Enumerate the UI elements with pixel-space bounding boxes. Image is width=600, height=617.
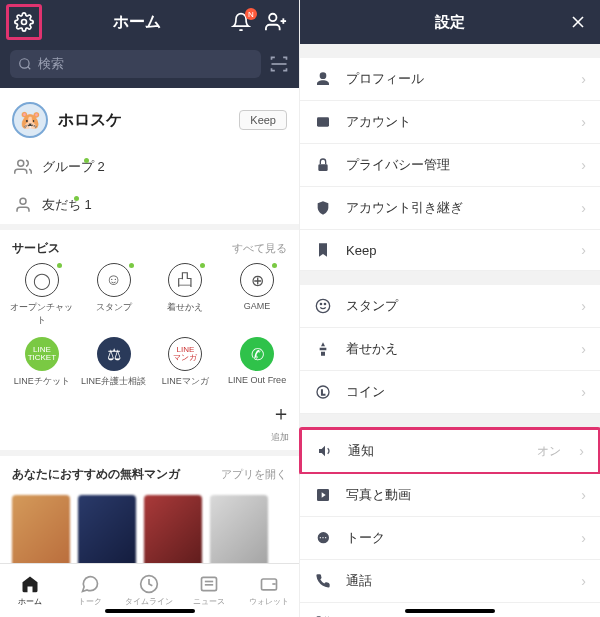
- service-lineout[interactable]: ✆ LINE Out Free: [221, 337, 293, 388]
- service-lawyer[interactable]: ⚖ LINE弁護士相談: [78, 337, 150, 388]
- home-icon: [20, 574, 40, 594]
- row-privacy[interactable]: プライバシー管理 ›: [300, 144, 600, 187]
- bottom-tabbar: ホーム トーク タイムライン ニュース ウォレット: [0, 563, 299, 617]
- service-label: スタンプ: [96, 301, 132, 314]
- row-profile[interactable]: プロフィール ›: [300, 58, 600, 101]
- tab-label: ニュース: [193, 596, 225, 607]
- smile-icon: ☺: [97, 263, 131, 297]
- service-label: オープンチャット: [6, 301, 78, 327]
- tab-home[interactable]: ホーム: [0, 564, 60, 617]
- svg-line-5: [28, 67, 31, 70]
- scales-icon: ⚖: [97, 337, 131, 371]
- add-service-label: 追加: [0, 431, 299, 450]
- service-game[interactable]: ⊕ GAME: [221, 263, 293, 327]
- service-theme[interactable]: 凸 着せかえ: [150, 263, 222, 327]
- id-icon: [314, 114, 332, 130]
- row-label: 着せかえ: [346, 340, 567, 358]
- add-service-button[interactable]: ＋: [271, 394, 291, 427]
- row-label: アカウント: [346, 113, 567, 131]
- service-label: LINEマンガ: [162, 375, 209, 388]
- row-label: 写真と動画: [346, 486, 567, 504]
- notification-badge: N: [245, 8, 257, 20]
- row-label: 通知: [348, 442, 523, 460]
- row-stamp[interactable]: スタンプ ›: [300, 285, 600, 328]
- play-icon: [314, 487, 332, 503]
- svg-text:L: L: [321, 388, 325, 397]
- service-label: GAME: [244, 301, 271, 311]
- manga-header: あなたにおすすめの無料マンガ アプリを開く: [0, 456, 299, 489]
- phone-icon: [314, 573, 332, 589]
- add-friend-icon[interactable]: [265, 11, 287, 33]
- services-header: サービス すべて見る: [0, 230, 299, 263]
- row-call[interactable]: 通話 ›: [300, 560, 600, 603]
- brush-icon: [314, 341, 332, 357]
- row-talk[interactable]: トーク ›: [300, 517, 600, 560]
- service-label: LINE弁護士相談: [81, 375, 146, 388]
- groups-row[interactable]: グループ 2: [0, 148, 299, 186]
- service-openchat[interactable]: ◯ オープンチャット: [6, 263, 78, 327]
- services-title: サービス: [12, 240, 60, 257]
- close-icon[interactable]: [568, 12, 588, 32]
- row-label: トーク: [346, 529, 567, 547]
- services-more[interactable]: すべて見る: [232, 241, 287, 256]
- service-ticket[interactable]: LINETICKET LINEチケット: [6, 337, 78, 388]
- row-theme[interactable]: 着せかえ ›: [300, 328, 600, 371]
- service-stamp[interactable]: ☺ スタンプ: [78, 263, 150, 327]
- clock-icon: [139, 574, 159, 594]
- row-transfer[interactable]: アカウント引き継ぎ ›: [300, 187, 600, 230]
- phone-icon: ✆: [240, 337, 274, 371]
- friends-row[interactable]: 友だち 1: [0, 186, 299, 224]
- chevron-right-icon: ›: [579, 443, 584, 459]
- search-placeholder: 検索: [38, 55, 64, 73]
- row-photo-video[interactable]: 写真と動画 ›: [300, 474, 600, 517]
- settings-screen: 設定 プロフィール › アカウント › プライバシー管理 › アカウント引き継ぎ…: [300, 0, 600, 617]
- search-input[interactable]: 検索: [10, 50, 261, 78]
- section-gap: [300, 44, 600, 58]
- friend-icon: [14, 196, 32, 214]
- row-label: プライバシー管理: [346, 156, 567, 174]
- svg-point-18: [316, 299, 329, 312]
- service-manga[interactable]: LINEマンガ LINEマンガ: [150, 337, 222, 388]
- home-indicator: [105, 609, 195, 613]
- settings-section-2: スタンプ › 着せかえ › L コイン ›: [300, 285, 600, 414]
- chevron-right-icon: ›: [581, 71, 586, 87]
- qr-scan-icon[interactable]: [269, 54, 289, 74]
- row-account[interactable]: アカウント ›: [300, 101, 600, 144]
- manga-open-app[interactable]: アプリを開く: [221, 467, 287, 482]
- row-label: コイン: [346, 383, 567, 401]
- notifications-button[interactable]: N: [231, 12, 251, 32]
- coin-icon: L: [314, 384, 332, 400]
- svg-point-27: [325, 537, 326, 538]
- gear-icon: [14, 12, 34, 32]
- keep-button[interactable]: Keep: [239, 110, 287, 130]
- chevron-right-icon: ›: [581, 487, 586, 503]
- new-dot-icon: [129, 263, 134, 268]
- tab-wallet[interactable]: ウォレット: [239, 564, 299, 617]
- chat-icon: [80, 574, 100, 594]
- profile-row[interactable]: 🐹 ホロスケ Keep: [0, 88, 299, 148]
- home-screen: ホーム N 検索 🐹 ホロスケ Keep グループ 2 友だち 1 サービス: [0, 0, 300, 617]
- row-label: アカウント引き継ぎ: [346, 199, 567, 217]
- profile-name: ホロスケ: [58, 110, 229, 131]
- tab-label: タイムライン: [125, 596, 173, 607]
- row-notification-highlight[interactable]: 通知 オン ›: [299, 427, 600, 475]
- row-keep[interactable]: Keep ›: [300, 230, 600, 271]
- ticket-icon: LINETICKET: [25, 337, 59, 371]
- settings-header: 設定: [300, 0, 600, 44]
- sound-icon: [316, 443, 334, 459]
- svg-point-26: [322, 537, 323, 538]
- gamepad-icon: ⊕: [240, 263, 274, 297]
- svg-rect-16: [317, 117, 329, 126]
- tab-label: ホーム: [18, 596, 42, 607]
- service-label: LINEチケット: [14, 375, 70, 388]
- lock-icon: [314, 157, 332, 173]
- new-dot-icon: [200, 263, 205, 268]
- chat-icon: [314, 530, 332, 546]
- settings-section-1: プロフィール › アカウント › プライバシー管理 › アカウント引き継ぎ › …: [300, 58, 600, 271]
- search-icon: [18, 57, 32, 71]
- section-gap: [300, 271, 600, 285]
- settings-button-highlight[interactable]: [6, 4, 42, 40]
- tab-label: トーク: [78, 596, 102, 607]
- row-coin[interactable]: L コイン ›: [300, 371, 600, 414]
- new-dot-icon: [84, 158, 89, 163]
